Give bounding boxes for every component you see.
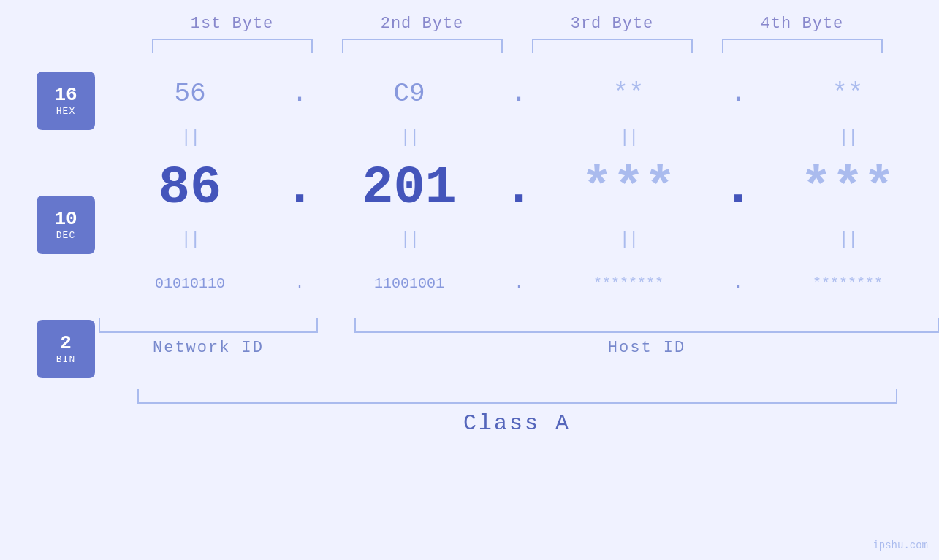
bin-b1: 01010110 — [99, 275, 281, 292]
col-header-2: 2nd Byte — [342, 15, 503, 33]
watermark: ipshu.com — [873, 540, 928, 551]
dec-b3: *** — [537, 158, 720, 218]
main-container: 1st Byte 2nd Byte 3rd Byte 4th Byte 16 H… — [0, 0, 939, 560]
sep-dec-bin: || || || || — [99, 225, 939, 254]
sep2-b1: || — [99, 230, 281, 250]
dec-dot-2: . — [501, 158, 537, 218]
bin-row: 01010110 . 11001001 . ******** . *******… — [99, 254, 939, 312]
main-data-area: 16 HEX 10 DEC 2 BIN 56 . C9 . ** . ** — [0, 64, 939, 378]
host-id-label: Host ID — [354, 339, 939, 357]
labels-row: Network ID Host ID — [99, 339, 939, 357]
col-header-3: 3rd Byte — [532, 15, 693, 33]
network-host-brackets — [99, 318, 939, 333]
sep1-b2: || — [318, 128, 501, 147]
bracket-top-2 — [342, 39, 503, 53]
dec-dot-3: . — [720, 158, 756, 218]
dec-row: 86 . 201 . *** . *** — [99, 152, 939, 225]
col-header-1: 1st Byte — [152, 15, 313, 33]
bin-b3: ******** — [537, 275, 720, 292]
column-headers: 1st Byte 2nd Byte 3rd Byte 4th Byte — [137, 15, 897, 33]
network-id-label: Network ID — [99, 339, 318, 357]
hex-dot-3: . — [720, 79, 756, 109]
hex-row: 56 . C9 . ** . ** — [99, 64, 939, 123]
bracket-top-4 — [722, 39, 883, 53]
hex-dot-2: . — [501, 79, 537, 109]
bin-dot-1: . — [281, 275, 318, 292]
sep2-b2: || — [318, 230, 501, 250]
dec-dot-1: . — [281, 158, 318, 218]
sep1-b1: || — [99, 128, 281, 147]
bracket-host — [354, 318, 939, 333]
badges-column: 16 HEX 10 DEC 2 BIN — [33, 64, 99, 378]
dec-b4: *** — [756, 158, 939, 218]
sep2-b4: || — [756, 230, 939, 250]
bin-dot-2: . — [501, 275, 537, 292]
bin-b4: ******** — [756, 275, 939, 292]
sep2-b3: || — [537, 230, 720, 250]
bracket-network — [99, 318, 318, 333]
col-header-4: 4th Byte — [722, 15, 883, 33]
bracket-top-3 — [532, 39, 693, 53]
hex-b4: ** — [756, 79, 939, 109]
sep1-b3: || — [537, 128, 720, 147]
bracket-top-1 — [152, 39, 313, 53]
bin-dot-3: . — [720, 275, 756, 292]
badge-dec: 10 DEC — [37, 196, 95, 254]
hex-dot-1: . — [281, 79, 318, 109]
badge-bin: 2 BIN — [37, 320, 95, 378]
hex-b2: C9 — [318, 79, 501, 109]
dec-b2: 201 — [318, 158, 501, 218]
class-label: Class A — [463, 411, 571, 436]
data-grid: 56 . C9 . ** . ** || || || || 86 — [99, 64, 939, 357]
top-brackets — [137, 39, 897, 53]
overall-bracket — [137, 389, 897, 404]
badge-hex: 16 HEX — [37, 72, 95, 130]
dec-b1: 86 — [99, 158, 281, 218]
hex-b1: 56 — [99, 79, 281, 109]
class-label-row: Class A — [137, 411, 897, 436]
hex-b3: ** — [537, 79, 720, 109]
overall-section: Class A — [137, 389, 897, 436]
sep-hex-dec: || || || || — [99, 123, 939, 152]
bin-b2: 11001001 — [318, 275, 501, 292]
sep1-b4: || — [756, 128, 939, 147]
